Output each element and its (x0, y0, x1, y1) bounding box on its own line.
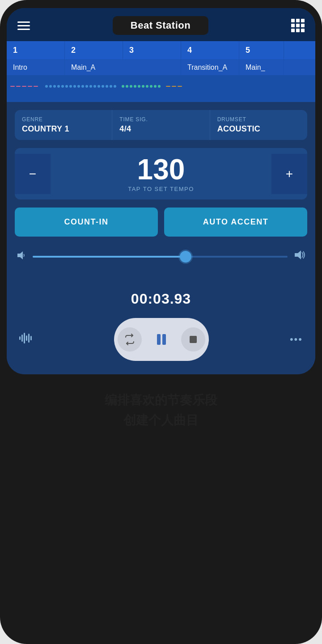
phone-screen: Beat Station 1 2 3 4 5 Intro Main_A Tran… (7, 8, 315, 374)
waveform-button[interactable] (19, 332, 34, 347)
svg-rect-9 (162, 334, 166, 345)
track-name-intro[interactable]: Intro (7, 60, 65, 75)
tempo-decrease-button[interactable]: − (15, 154, 51, 194)
tempo-increase-button[interactable]: + (271, 154, 307, 194)
pattern-dot (102, 85, 104, 88)
pattern-dot (65, 85, 68, 88)
svg-rect-8 (157, 334, 161, 345)
pattern-dot (45, 85, 48, 88)
timesig-setting[interactable]: TIME SIG. 4/4 (112, 110, 210, 140)
genre-label: GENRE (22, 116, 105, 123)
track-num-3[interactable]: 3 (123, 41, 181, 59)
tempo-tap-area[interactable]: 130 TAP TO SET TEMPO (51, 148, 271, 199)
pattern-dots-row (7, 75, 315, 97)
svg-rect-4 (24, 333, 25, 343)
player-controls: ••• (15, 318, 307, 374)
svg-rect-7 (30, 336, 32, 340)
track-num-4[interactable]: 4 (181, 41, 239, 59)
timesig-label: TIME SIG. (119, 116, 202, 123)
caption-line2: 创建个人曲目 (105, 411, 217, 431)
caption-line1: 编排喜欢的节奏乐段 (105, 390, 217, 411)
track-numbers-row: 1 2 3 4 5 (7, 41, 315, 60)
volume-high-icon (294, 249, 305, 264)
minus-icon: − (29, 167, 36, 181)
pattern-dot (138, 85, 140, 88)
volume-slider-fill (33, 256, 186, 258)
pattern-dot (134, 85, 136, 88)
grid-view-button[interactable] (291, 19, 305, 32)
tempo-section: − 130 TAP TO SET TEMPO + (15, 148, 307, 199)
track-section: 1 2 3 4 5 Intro Main_A Transition_A Main… (7, 41, 315, 102)
pattern-dot (22, 86, 26, 87)
track-name-maina[interactable]: Main_A (65, 60, 181, 75)
pattern-dot (34, 86, 38, 87)
pattern-dot (28, 86, 32, 87)
action-buttons: COUNT-IN AUTO ACCENT (15, 208, 307, 237)
svg-rect-5 (26, 335, 27, 341)
pattern-dot (97, 85, 100, 88)
caption-area: 编排喜欢的节奏乐段 创建个人曲目 (87, 374, 235, 449)
pattern-dot (150, 85, 153, 88)
auto-accent-button[interactable]: AUTO ACCENT (164, 208, 307, 237)
genre-value: COUNTRY 1 (22, 124, 105, 134)
more-options-button[interactable]: ••• (290, 334, 303, 345)
tap-tempo-label: TAP TO SET TEMPO (128, 186, 194, 192)
app-title-container: Beat Station (113, 16, 208, 35)
svg-rect-6 (28, 334, 30, 343)
track-name-transition[interactable]: Transition_A (181, 60, 239, 75)
pattern-dot (146, 85, 148, 88)
count-in-button[interactable]: COUNT-IN (15, 208, 158, 237)
pattern-dot (106, 85, 108, 88)
tempo-value: 130 (137, 155, 185, 184)
volume-slider-thumb[interactable] (180, 251, 191, 263)
drumset-label: DRUMSET (217, 116, 300, 123)
time-display: 00:03.93 (15, 291, 307, 307)
svg-marker-0 (17, 251, 23, 259)
pattern-dot (110, 85, 112, 88)
pattern-dot (172, 86, 176, 87)
svg-rect-3 (21, 335, 23, 342)
pattern-dot (166, 86, 170, 87)
pattern-dot (158, 85, 161, 88)
volume-slider-track[interactable] (33, 256, 288, 258)
pattern-dot (142, 85, 144, 88)
pattern-dot (154, 85, 157, 88)
pattern-dot (53, 85, 56, 88)
menu-button[interactable] (17, 21, 30, 30)
genre-setting[interactable]: GENRE COUNTRY 1 (15, 110, 112, 140)
track-names-row: Intro Main_A Transition_A Main_ (7, 60, 315, 75)
pattern-dot (114, 85, 116, 88)
pattern-dot (77, 85, 80, 88)
pattern-dot (122, 85, 124, 88)
playback-time: 00:03.93 (131, 291, 191, 307)
track-pattern-row (7, 75, 315, 102)
svg-rect-10 (190, 336, 197, 343)
track-num-5[interactable]: 5 (239, 41, 284, 59)
pattern-dot (85, 85, 88, 88)
pattern-dot (61, 85, 64, 88)
track-num-2[interactable]: 2 (65, 41, 123, 59)
svg-rect-2 (19, 336, 21, 340)
pattern-dot (81, 85, 84, 88)
app-title: Beat Station (131, 20, 191, 31)
main-content: GENRE COUNTRY 1 TIME SIG. 4/4 DRUMSET AC… (7, 102, 315, 374)
pattern-dot (16, 86, 21, 87)
header-bar: Beat Station (7, 8, 315, 41)
drumset-value: ACOUSTIC (217, 124, 300, 134)
pattern-dot (57, 85, 60, 88)
pause-button[interactable] (144, 322, 179, 357)
pattern-dot (178, 86, 182, 87)
settings-panel: GENRE COUNTRY 1 TIME SIG. 4/4 DRUMSET AC… (15, 110, 307, 140)
pattern-dot (69, 85, 72, 88)
drumset-setting[interactable]: DRUMSET ACOUSTIC (210, 110, 307, 140)
plus-icon: + (286, 167, 293, 181)
pattern-dot (93, 85, 96, 88)
pattern-dot (73, 85, 76, 88)
player-center-controls (114, 318, 209, 361)
stop-button[interactable] (181, 327, 205, 352)
track-name-main2[interactable]: Main_ (239, 60, 284, 75)
pattern-dot (89, 85, 92, 88)
svg-marker-1 (295, 250, 301, 259)
repeat-button[interactable] (118, 327, 142, 352)
track-num-1[interactable]: 1 (7, 41, 65, 59)
